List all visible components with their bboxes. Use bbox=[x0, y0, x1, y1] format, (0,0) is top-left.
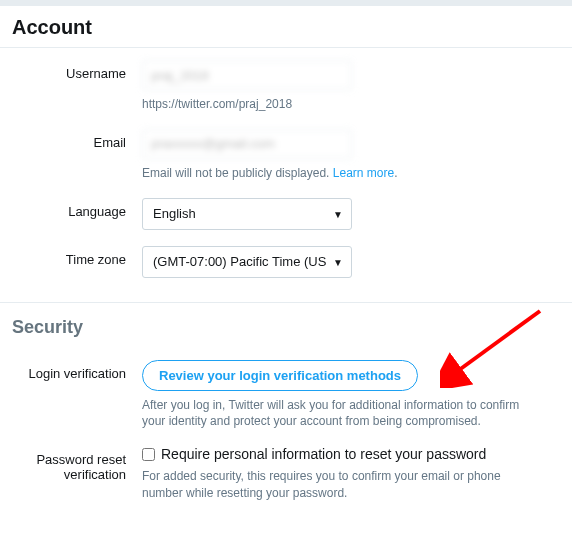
email-help-text: Email will not be publicly displayed. bbox=[142, 166, 329, 180]
email-field-col: Email will not be publicly displayed. Le… bbox=[142, 129, 560, 192]
password-reset-checkbox[interactable] bbox=[142, 448, 155, 461]
learn-more-link[interactable]: Learn more bbox=[333, 166, 394, 180]
timezone-label: Time zone bbox=[12, 246, 142, 267]
password-reset-row: Password reset verification Require pers… bbox=[12, 446, 560, 512]
login-verification-help: After you log in, Twitter will ask you f… bbox=[142, 397, 542, 431]
review-login-verification-button[interactable]: Review your login verification methods bbox=[142, 360, 418, 391]
password-reset-checkbox-row[interactable]: Require personal information to reset yo… bbox=[142, 446, 560, 462]
username-row: Username https://twitter.com/praj_2018 bbox=[12, 60, 560, 123]
password-reset-field-col: Require personal information to reset yo… bbox=[142, 446, 560, 512]
password-reset-label: Password reset verification bbox=[12, 446, 142, 482]
email-input[interactable] bbox=[142, 129, 352, 159]
email-row: Email Email will not be publicly display… bbox=[12, 129, 560, 192]
chevron-down-icon: ▼ bbox=[333, 208, 343, 219]
account-form: Username https://twitter.com/praj_2018 E… bbox=[0, 48, 572, 288]
language-select-value: English bbox=[153, 206, 196, 221]
account-section-title: Account bbox=[0, 6, 572, 47]
security-form: Login verification Review your login ver… bbox=[0, 348, 572, 512]
password-reset-help: For added security, this requires you to… bbox=[142, 468, 542, 502]
language-select[interactable]: English ▼ bbox=[142, 198, 352, 230]
username-field-col: https://twitter.com/praj_2018 bbox=[142, 60, 560, 123]
username-url-help: https://twitter.com/praj_2018 bbox=[142, 96, 542, 113]
timezone-row: Time zone (GMT-07:00) Pacific Time (US ▼ bbox=[12, 246, 560, 288]
language-row: Language English ▼ bbox=[12, 198, 560, 240]
email-help: Email will not be publicly displayed. Le… bbox=[142, 165, 542, 182]
username-input[interactable] bbox=[142, 60, 352, 90]
language-field-col: English ▼ bbox=[142, 198, 560, 240]
timezone-select-value: (GMT-07:00) Pacific Time (US bbox=[153, 254, 326, 269]
login-verification-label: Login verification bbox=[12, 360, 142, 381]
username-label: Username bbox=[12, 60, 142, 81]
timezone-select[interactable]: (GMT-07:00) Pacific Time (US ▼ bbox=[142, 246, 352, 278]
email-label: Email bbox=[12, 129, 142, 150]
language-label: Language bbox=[12, 198, 142, 219]
security-section-title: Security bbox=[0, 303, 572, 346]
timezone-field-col: (GMT-07:00) Pacific Time (US ▼ bbox=[142, 246, 560, 288]
login-verification-row: Login verification Review your login ver… bbox=[12, 360, 560, 441]
chevron-down-icon: ▼ bbox=[333, 256, 343, 267]
password-reset-checkbox-label: Require personal information to reset yo… bbox=[161, 446, 486, 462]
login-verification-field-col: Review your login verification methods A… bbox=[142, 360, 560, 441]
